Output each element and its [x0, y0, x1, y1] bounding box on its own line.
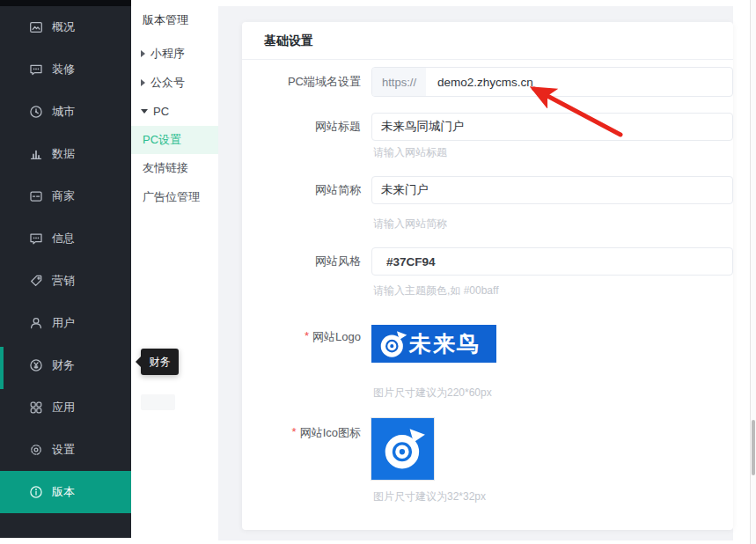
- brand-bird-icon: [380, 426, 426, 472]
- field-hint: 请输入网站标题: [373, 145, 447, 160]
- field-label: PC端域名设置: [242, 67, 361, 97]
- domain-input-group: https://: [371, 67, 733, 97]
- field-label: 网站简称: [242, 176, 361, 204]
- city-icon: [29, 105, 43, 119]
- form-row-site-ico: * 网站Ico图标: [242, 418, 733, 480]
- site-title-input[interactable]: [371, 113, 733, 141]
- sidebar-item-label: 信息: [52, 231, 75, 246]
- site-ico-image[interactable]: [371, 418, 434, 480]
- user-icon: [29, 316, 43, 330]
- sidebar-item-settings[interactable]: 设置: [0, 429, 131, 471]
- field-hint: 图片尺寸建议为220*60px: [373, 386, 492, 401]
- sidebar-top-strip: [0, 0, 131, 6]
- apps-icon: [29, 401, 43, 415]
- submenu-group-label: PC: [153, 105, 169, 118]
- sidebar-item-label: 财务: [52, 357, 75, 373]
- submenu-group-label: 小程序: [150, 46, 185, 62]
- sidebar-item-decoration[interactable]: 装修: [0, 48, 131, 91]
- sidebar-item-label: 应用: [52, 400, 75, 415]
- sidebar-item-label: 用户: [52, 315, 75, 331]
- field-label: * 网站Logo: [242, 325, 361, 367]
- submenu-group-pc[interactable]: PC: [141, 102, 169, 120]
- secondary-sidebar: 版本管理 小程序 公众号 PC PC设置 友情链接 广告位管理: [131, 0, 218, 544]
- chevron-right-icon: [141, 79, 145, 86]
- sidebar-item-label: 概况: [52, 19, 75, 35]
- overview-icon: [29, 20, 43, 34]
- primary-sidebar: 概况 装修 城市 数据 商家 信息: [0, 0, 131, 538]
- finance-tooltip: 财务: [141, 349, 179, 375]
- form-row-short-name: 网站简称: [242, 176, 733, 204]
- merchant-icon: [29, 189, 43, 203]
- primary-nav: 概况 装修 城市 数据 商家 信息: [0, 6, 131, 513]
- submenu-item-pc-settings[interactable]: PC设置: [131, 126, 218, 154]
- sidebar-item-label: 版本: [52, 484, 75, 500]
- sidebar-item-user[interactable]: 用户: [0, 302, 131, 344]
- faded-tooltip-remnant: [141, 394, 175, 410]
- settings-icon: [29, 443, 43, 457]
- field-hint: 请输入主题颜色,如 #00baff: [373, 283, 499, 298]
- submenu-group-label: 公众号: [150, 75, 185, 91]
- finance-icon: [29, 358, 43, 372]
- marketing-icon: [29, 274, 43, 288]
- decoration-icon: [29, 62, 43, 77]
- chevron-right-icon: [141, 50, 145, 57]
- required-mark: *: [292, 425, 297, 438]
- sidebar-item-city[interactable]: 城市: [0, 91, 131, 133]
- nav-hover-indicator: [0, 347, 4, 389]
- sidebar-item-overview[interactable]: 概况: [0, 6, 131, 48]
- brand-text: 未来鸟: [409, 329, 481, 358]
- site-style-color-input[interactable]: [371, 247, 733, 276]
- tooltip-text: 财务: [150, 355, 171, 370]
- message-icon: [29, 232, 43, 246]
- field-label: 网站风格: [242, 247, 361, 276]
- card-title: 基础设置: [264, 33, 313, 49]
- sidebar-item-label: 商家: [52, 188, 75, 204]
- chevron-down-icon: [141, 109, 148, 114]
- sidebar-item-label: 营销: [52, 273, 75, 289]
- field-hint: 请输入网站简称: [373, 217, 447, 232]
- required-mark: *: [305, 329, 309, 342]
- form-row-domain: PC端域名设置 https://: [242, 67, 733, 97]
- card-divider: [242, 59, 733, 60]
- sidebar-item-label: 城市: [52, 104, 75, 120]
- sidebar-item-message[interactable]: 信息: [0, 217, 131, 260]
- basic-settings-card: 基础设置 PC端域名设置 https:// 网站标题 请输入网站标题 网站简称: [242, 22, 733, 530]
- sidebar-item-version[interactable]: 版本: [0, 471, 131, 513]
- form-row-site-title: 网站标题: [242, 113, 733, 141]
- submenu-item-label: 友情链接: [143, 160, 188, 176]
- tooltip-arrow-icon: [136, 357, 141, 367]
- scrollbar-thumb[interactable]: [752, 420, 755, 475]
- sidebar-item-data[interactable]: 数据: [0, 133, 131, 175]
- app-window: 概况 装修 城市 数据 商家 信息: [0, 0, 756, 544]
- site-short-name-input[interactable]: [371, 176, 733, 204]
- sidebar-item-label: 数据: [52, 146, 75, 162]
- submenu-item-ad-management[interactable]: 广告位管理: [131, 183, 218, 211]
- site-logo-image[interactable]: 未来鸟: [371, 325, 496, 363]
- sidebar-item-label: 装修: [52, 62, 75, 77]
- form-row-site-logo: * 网站Logo 未来鸟: [242, 325, 733, 363]
- form-row-site-style: 网站风格: [242, 247, 733, 276]
- version-icon: [29, 485, 43, 499]
- field-hint: 图片尺寸建议为32*32px: [373, 489, 486, 504]
- submenu-item-friend-links[interactable]: 友情链接: [131, 154, 218, 182]
- domain-input[interactable]: [426, 68, 732, 96]
- submenu-group-official-account[interactable]: 公众号: [141, 74, 185, 92]
- sidebar-item-merchant[interactable]: 商家: [0, 175, 131, 217]
- field-label: 网站标题: [242, 113, 361, 141]
- field-label: * 网站Ico图标: [242, 418, 361, 487]
- sidebar-item-marketing[interactable]: 营销: [0, 260, 131, 302]
- brand-bird-icon: [378, 329, 407, 359]
- sidebar-item-label: 设置: [52, 442, 75, 458]
- sidebar-item-finance[interactable]: 财务: [0, 344, 131, 386]
- submenu-group-miniprogram[interactable]: 小程序: [141, 45, 185, 62]
- submenu-title: 版本管理: [143, 12, 188, 28]
- submenu-item-label: 广告位管理: [143, 189, 200, 205]
- submenu-item-label: PC设置: [143, 132, 181, 148]
- sidebar-item-apps[interactable]: 应用: [0, 386, 131, 429]
- protocol-prepend: https://: [372, 68, 426, 96]
- data-icon: [29, 147, 43, 161]
